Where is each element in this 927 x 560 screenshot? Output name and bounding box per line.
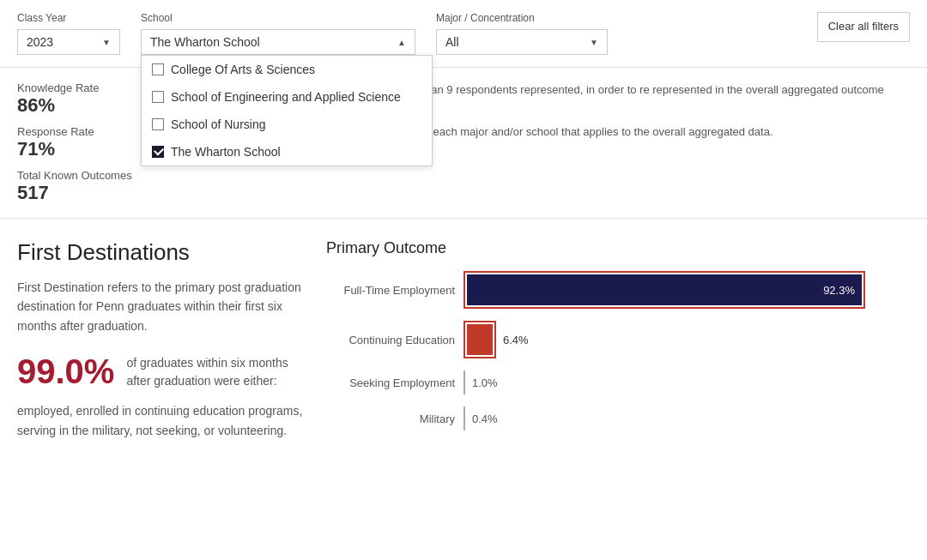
bar-container-seeking: 1.0% xyxy=(464,370,498,394)
highlight-desc: of graduates within six months after gra… xyxy=(126,354,309,390)
bar-label-continuing: Continuing Education xyxy=(326,334,464,346)
bar-fill-continuing xyxy=(467,324,493,355)
bar-value-fulltime: 92.3% xyxy=(823,284,855,297)
major-value: All xyxy=(445,35,459,49)
school-filter: School The Wharton School ▲ College Of A… xyxy=(141,12,415,55)
school-dropdown-menu: College Of Arts & Sciences School of Eng… xyxy=(141,55,433,166)
highlight-percent: 99.0% xyxy=(17,352,114,391)
school-option-engineering-label: School of Engineering and Applied Scienc… xyxy=(171,90,401,104)
school-select[interactable]: The Wharton School ▲ xyxy=(141,29,415,55)
bar-value-seeking: 1.0% xyxy=(465,376,498,389)
school-option-wharton[interactable]: The Wharton School xyxy=(142,138,432,166)
first-dest-left: First Destinations First Destination ref… xyxy=(17,239,326,443)
total-known-value: 517 xyxy=(17,182,189,204)
checkbox-wharton[interactable] xyxy=(152,146,164,158)
bar-row-continuing: Continuing Education 6.4% xyxy=(326,321,910,358)
bar-label-military: Military xyxy=(326,412,464,425)
class-year-value: 2023 xyxy=(27,35,53,49)
checkbox-nursing[interactable] xyxy=(152,118,164,130)
highlight-stat: 99.0% of graduates within six months aft… xyxy=(17,352,309,391)
checkbox-engineering[interactable] xyxy=(152,91,164,103)
bar-value-continuing: 6.4% xyxy=(496,334,529,346)
school-option-arts[interactable]: College Of Arts & Sciences xyxy=(142,56,432,83)
major-filter: Major / Concentration All ▼ xyxy=(436,12,608,55)
school-option-nursing[interactable]: School of Nursing xyxy=(142,111,432,138)
total-known-stat: Total Known Outcomes 517 xyxy=(17,169,189,204)
bar-container-continuing: 6.4% xyxy=(464,321,910,358)
bar-row-fulltime: Full-Time Employment 92.3% xyxy=(326,271,910,309)
major-label: Major / Concentration xyxy=(436,12,608,24)
school-label: School xyxy=(141,12,415,24)
bar-label-seeking: Seeking Employment xyxy=(326,376,464,389)
major-select[interactable]: All ▼ xyxy=(436,29,608,55)
class-year-label: Class Year xyxy=(17,12,120,24)
school-option-nursing-label: School of Nursing xyxy=(171,117,266,131)
chart-title: Primary Outcome xyxy=(326,239,910,257)
chevron-down-icon-major: ▼ xyxy=(590,38,598,47)
filter-bar: Class Year 2023 ▼ School The Wharton Sch… xyxy=(0,0,927,68)
bar-row-military: Military 0.4% xyxy=(326,406,910,431)
school-option-arts-label: College Of Arts & Sciences xyxy=(171,63,315,76)
total-known-label: Total Known Outcomes xyxy=(17,169,189,182)
class-year-select[interactable]: 2023 ▼ xyxy=(17,29,120,55)
chevron-down-icon: ▼ xyxy=(102,38,111,47)
bar-wrapper-fulltime: 92.3% xyxy=(464,271,865,309)
bar-row-seeking: Seeking Employment 1.0% xyxy=(326,370,910,394)
description-text: First Destination refers to the primary … xyxy=(17,278,309,335)
first-destinations-section: First Destinations First Destination ref… xyxy=(0,219,927,463)
school-value: The Wharton School xyxy=(150,35,260,49)
bar-value-military: 0.4% xyxy=(465,412,498,425)
clear-filters-button[interactable]: Clear all filters xyxy=(817,12,910,42)
checkbox-arts[interactable] xyxy=(152,63,164,75)
school-option-wharton-label: The Wharton School xyxy=(171,145,281,159)
chart-section: Primary Outcome Full-Time Employment 92.… xyxy=(326,239,910,443)
bar-container-military: 0.4% xyxy=(464,406,498,431)
bar-wrapper-continuing xyxy=(464,321,496,358)
bar-fill-fulltime: 92.3% xyxy=(467,274,862,305)
section-title: First Destinations xyxy=(17,239,309,266)
chevron-up-icon: ▲ xyxy=(397,38,406,47)
stats-section: Knowledge Rate 86% Response Rate 71% Tot… xyxy=(0,68,927,218)
bar-container-fulltime: 92.3% xyxy=(464,271,910,309)
school-option-engineering[interactable]: School of Engineering and Applied Scienc… xyxy=(142,83,432,111)
employed-text: employed, enrolled in continuing educati… xyxy=(17,401,309,440)
bar-label-fulltime: Full-Time Employment xyxy=(326,284,464,297)
class-year-filter: Class Year 2023 ▼ xyxy=(17,12,120,55)
